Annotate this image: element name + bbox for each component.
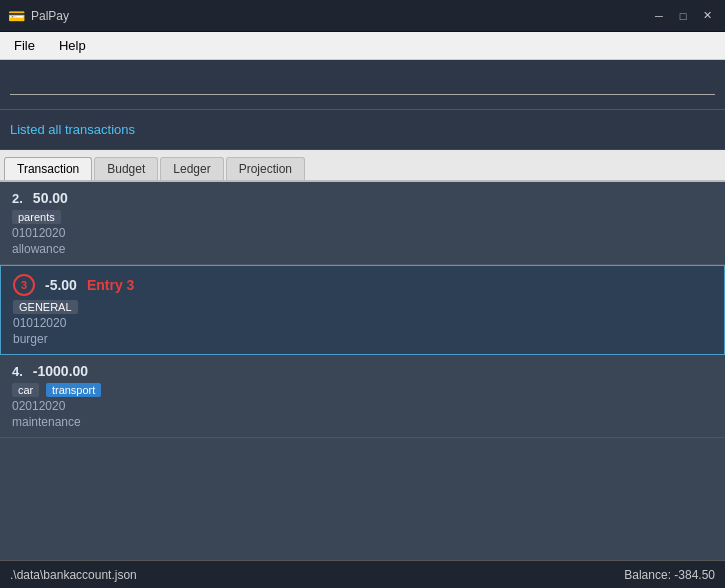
transaction-amount-3: -5.00: [45, 277, 77, 293]
transaction-amount-2: 50.00: [33, 190, 68, 206]
title-bar-controls: ─ □ ✕: [649, 6, 717, 26]
app-title: PalPay: [31, 9, 69, 23]
entry-label-3: Entry 3: [87, 277, 134, 293]
transaction-date-2: 01012020: [12, 226, 713, 240]
transaction-date-3: 01012020: [13, 316, 712, 330]
status-text: Listed all transactions: [10, 122, 135, 137]
tag-general: GENERAL: [13, 300, 78, 314]
transaction-desc-4: maintenance: [12, 415, 713, 429]
title-bar: 💳 PalPay ─ □ ✕: [0, 0, 725, 32]
status-bar: .\data\bankaccount.json Balance: -384.50: [0, 560, 725, 588]
transaction-date-4: 02012020: [12, 399, 713, 413]
transaction-header-3: 3 -5.00 Entry 3: [13, 274, 712, 296]
tab-budget[interactable]: Budget: [94, 157, 158, 180]
transaction-number-3: 3: [13, 274, 35, 296]
transaction-tags-3: GENERAL: [13, 299, 712, 314]
tab-projection[interactable]: Projection: [226, 157, 305, 180]
app-icon: 💳: [8, 8, 25, 24]
tag-transport: transport: [46, 383, 101, 397]
transaction-header-2: 2. 50.00: [12, 190, 713, 206]
file-path: .\data\bankaccount.json: [10, 568, 137, 582]
transaction-item-3[interactable]: 3 -5.00 Entry 3 GENERAL 01012020 burger: [0, 265, 725, 355]
tabs-bar: Transaction Budget Ledger Projection: [0, 150, 725, 182]
minimize-button[interactable]: ─: [649, 6, 669, 26]
maximize-button[interactable]: □: [673, 6, 693, 26]
tab-ledger[interactable]: Ledger: [160, 157, 223, 180]
close-button[interactable]: ✕: [697, 6, 717, 26]
menu-bar: File Help: [0, 32, 725, 60]
transaction-item-4[interactable]: 4. -1000.00 car transport 02012020 maint…: [0, 355, 725, 438]
balance-display: Balance: -384.50: [624, 568, 715, 582]
transaction-tags-4: car transport: [12, 382, 713, 397]
transaction-desc-3: burger: [13, 332, 712, 346]
menu-help[interactable]: Help: [53, 36, 92, 55]
tab-transaction[interactable]: Transaction: [4, 157, 92, 180]
menu-file[interactable]: File: [8, 36, 41, 55]
title-bar-left: 💳 PalPay: [8, 8, 69, 24]
status-message-area: Listed all transactions: [0, 110, 725, 150]
transaction-list: 2. 50.00 parents 01012020 allowance 3 -5…: [0, 182, 725, 560]
tag-parents: parents: [12, 210, 61, 224]
transaction-header-4: 4. -1000.00: [12, 363, 713, 379]
transaction-number-2: 2.: [12, 191, 23, 206]
transaction-number-4: 4.: [12, 364, 23, 379]
transaction-desc-2: allowance: [12, 242, 713, 256]
command-input[interactable]: [10, 75, 715, 95]
transaction-amount-4: -1000.00: [33, 363, 88, 379]
tag-car: car: [12, 383, 39, 397]
command-area: [0, 60, 725, 110]
transaction-tags-2: parents: [12, 209, 713, 224]
transaction-item-2[interactable]: 2. 50.00 parents 01012020 allowance: [0, 182, 725, 265]
